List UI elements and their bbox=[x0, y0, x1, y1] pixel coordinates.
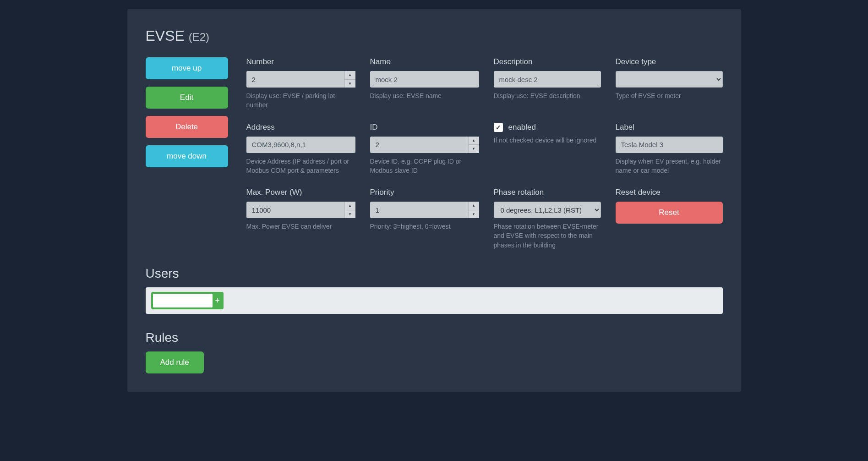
reset-label: Reset device bbox=[616, 188, 723, 197]
description-label: Description bbox=[494, 57, 601, 66]
max-power-help: Max. Power EVSE can deliver bbox=[246, 222, 355, 231]
id-label: ID bbox=[370, 123, 479, 132]
edit-button[interactable]: Edit bbox=[146, 87, 228, 109]
max-power-step-up[interactable]: ▲ bbox=[345, 202, 355, 210]
id-help: Device ID, e.g. OCPP plug ID or Modbus s… bbox=[370, 157, 479, 176]
users-header: Users bbox=[146, 266, 723, 281]
phase-rotation-select[interactable]: 0 degrees, L1,L2,L3 (RST) bbox=[494, 202, 601, 218]
field-number: Number ▲ ▼ Display use: EVSE / parking l… bbox=[246, 57, 355, 110]
max-power-input-wrap: ▲ ▼ bbox=[246, 202, 355, 218]
device-type-select[interactable] bbox=[616, 71, 723, 88]
page-title: EVSE (E2) bbox=[146, 27, 723, 44]
field-name: Name Display use: EVSE name bbox=[370, 57, 479, 110]
name-help: Display use: EVSE name bbox=[370, 91, 479, 100]
priority-input[interactable] bbox=[370, 202, 468, 218]
form-grid: Number ▲ ▼ Display use: EVSE / parking l… bbox=[246, 57, 723, 250]
max-power-spinner: ▲ ▼ bbox=[344, 202, 355, 218]
max-power-input[interactable] bbox=[246, 202, 344, 218]
enabled-checkbox[interactable]: ✓ bbox=[494, 123, 503, 132]
priority-label: Priority bbox=[370, 188, 479, 197]
number-step-down[interactable]: ▼ bbox=[345, 80, 355, 88]
name-input[interactable] bbox=[370, 71, 479, 88]
evlabel-help: Display when EV present, e.g. holder nam… bbox=[616, 157, 723, 176]
phase-rotation-help: Phase rotation between EVSE-meter and EV… bbox=[494, 222, 601, 250]
priority-spinner: ▲ ▼ bbox=[468, 202, 479, 218]
priority-help: Priority: 3=highest, 0=lowest bbox=[370, 222, 479, 231]
number-step-up[interactable]: ▲ bbox=[345, 71, 355, 80]
number-spinner: ▲ ▼ bbox=[344, 71, 355, 88]
title-sub: (E2) bbox=[189, 31, 209, 43]
device-type-label: Device type bbox=[616, 57, 723, 66]
enabled-help: If not checked device will be ignored bbox=[494, 136, 601, 145]
field-description: Description Display use: EVSE descriptio… bbox=[494, 57, 601, 110]
user-add-button[interactable]: + bbox=[214, 296, 221, 306]
priority-step-up[interactable]: ▲ bbox=[469, 202, 479, 210]
number-input-wrap: ▲ ▼ bbox=[246, 71, 355, 88]
field-evlabel: Label Display when EV present, e.g. hold… bbox=[616, 123, 723, 176]
evlabel-input[interactable] bbox=[616, 137, 723, 153]
device-type-help: Type of EVSE or meter bbox=[616, 91, 723, 100]
delete-button[interactable]: Delete bbox=[146, 116, 228, 138]
field-enabled: ✓ enabled If not checked device will be … bbox=[494, 123, 601, 176]
user-add-widget: + bbox=[151, 292, 224, 309]
side-buttons: move up Edit Delete move down bbox=[146, 57, 228, 250]
description-help: Display use: EVSE description bbox=[494, 91, 601, 100]
field-phase-rotation: Phase rotation 0 degrees, L1,L2,L3 (RST)… bbox=[494, 188, 601, 250]
users-bar: + bbox=[146, 287, 723, 314]
rules-header: Rules bbox=[146, 330, 723, 345]
id-step-up[interactable]: ▲ bbox=[469, 137, 479, 145]
phase-rotation-label: Phase rotation bbox=[494, 188, 601, 197]
priority-step-down[interactable]: ▼ bbox=[469, 210, 479, 219]
field-address: Address Device Address (IP address / por… bbox=[246, 123, 355, 176]
field-reset: Reset device Reset bbox=[616, 188, 723, 250]
number-help: Display use: EVSE / parking lot number bbox=[246, 91, 355, 110]
evse-panel: EVSE (E2) move up Edit Delete move down … bbox=[127, 9, 741, 392]
enabled-label: enabled bbox=[508, 123, 536, 132]
number-label: Number bbox=[246, 57, 355, 66]
address-help: Device Address (IP address / port or Mod… bbox=[246, 157, 355, 176]
user-add-input[interactable] bbox=[153, 294, 213, 307]
number-input[interactable] bbox=[246, 71, 344, 88]
field-priority: Priority ▲ ▼ Priority: 3=highest, 0=lowe… bbox=[370, 188, 479, 250]
reset-button[interactable]: Reset bbox=[616, 202, 723, 224]
id-spinner: ▲ ▼ bbox=[468, 137, 479, 153]
priority-input-wrap: ▲ ▼ bbox=[370, 202, 479, 218]
evlabel-label: Label bbox=[616, 123, 723, 132]
id-input-wrap: ▲ ▼ bbox=[370, 137, 479, 153]
id-input[interactable] bbox=[370, 137, 468, 153]
max-power-label: Max. Power (W) bbox=[246, 188, 355, 197]
add-rule-button[interactable]: Add rule bbox=[146, 351, 204, 373]
max-power-step-down[interactable]: ▼ bbox=[345, 210, 355, 219]
title-main: EVSE bbox=[146, 27, 185, 44]
field-device-type: Device type Type of EVSE or meter bbox=[616, 57, 723, 110]
move-up-button[interactable]: move up bbox=[146, 57, 228, 79]
move-down-button[interactable]: move down bbox=[146, 145, 228, 167]
name-label: Name bbox=[370, 57, 479, 66]
address-input[interactable] bbox=[246, 137, 355, 153]
description-input[interactable] bbox=[494, 71, 601, 88]
field-max-power: Max. Power (W) ▲ ▼ Max. Power EVSE can d… bbox=[246, 188, 355, 250]
address-label: Address bbox=[246, 123, 355, 132]
main-row: move up Edit Delete move down Number ▲ ▼… bbox=[146, 57, 723, 250]
field-id: ID ▲ ▼ Device ID, e.g. OCPP plug ID or M… bbox=[370, 123, 479, 176]
id-step-down[interactable]: ▼ bbox=[469, 145, 479, 153]
enabled-row: ✓ enabled bbox=[494, 123, 601, 132]
